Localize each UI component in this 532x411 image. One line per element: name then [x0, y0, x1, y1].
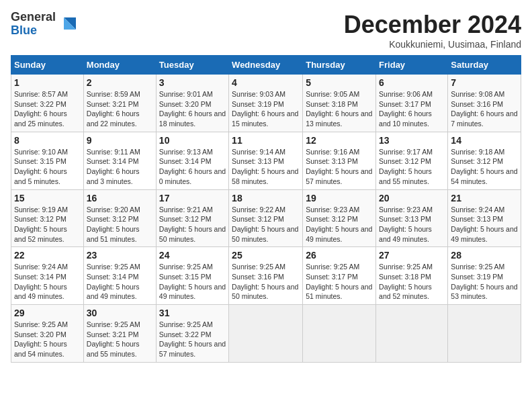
day-number: 28	[451, 250, 518, 261]
calendar-cell: 25 Sunrise: 9:25 AMSunset: 3:16 PMDaylig…	[229, 247, 303, 305]
calendar-cell: 21 Sunrise: 9:24 AMSunset: 3:13 PMDaylig…	[448, 189, 521, 247]
day-number: 16	[87, 193, 153, 203]
calendar-week-5: 29 Sunrise: 9:25 AMSunset: 3:20 PMDaylig…	[11, 305, 521, 363]
subtitle: Koukkuniemi, Uusimaa, Finland	[344, 39, 521, 50]
calendar-cell: 12 Sunrise: 9:16 AMSunset: 3:13 PMDaylig…	[303, 132, 376, 189]
calendar-cell: 28 Sunrise: 9:25 AMSunset: 3:19 PMDaylig…	[448, 247, 521, 305]
calendar-cell	[229, 305, 303, 363]
day-detail: Sunrise: 9:23 AMSunset: 3:13 PMDaylight:…	[379, 205, 433, 243]
page-header: General Blue December 2024 Koukkuniemi, …	[11, 11, 521, 50]
day-detail: Sunrise: 8:57 AMSunset: 3:22 PMDaylight:…	[14, 90, 68, 128]
day-detail: Sunrise: 9:01 AMSunset: 3:20 PMDaylight:…	[159, 90, 226, 128]
day-number: 12	[306, 135, 373, 146]
calendar-week-3: 15 Sunrise: 9:19 AMSunset: 3:12 PMDaylig…	[11, 189, 521, 247]
day-number: 20	[379, 193, 445, 203]
calendar-cell	[448, 305, 521, 363]
logo-blue: Blue	[11, 24, 56, 38]
calendar-cell: 31 Sunrise: 9:25 AMSunset: 3:22 PMDaylig…	[156, 305, 228, 363]
day-detail: Sunrise: 9:23 AMSunset: 3:12 PMDaylight:…	[306, 205, 372, 243]
calendar-cell: 15 Sunrise: 9:19 AMSunset: 3:12 PMDaylig…	[11, 189, 84, 247]
day-detail: Sunrise: 9:25 AMSunset: 3:19 PMDaylight:…	[451, 263, 517, 300]
day-number: 21	[451, 193, 518, 203]
day-detail: Sunrise: 9:20 AMSunset: 3:12 PMDaylight:…	[87, 205, 140, 243]
logo-general: General	[11, 11, 56, 24]
day-detail: Sunrise: 9:10 AMSunset: 3:15 PMDaylight:…	[14, 148, 68, 185]
calendar-header-friday: Friday	[376, 56, 448, 75]
logo-icon	[57, 15, 76, 34]
day-detail: Sunrise: 9:19 AMSunset: 3:12 PMDaylight:…	[14, 205, 68, 243]
calendar-cell: 26 Sunrise: 9:25 AMSunset: 3:17 PMDaylig…	[303, 247, 376, 305]
day-number: 22	[14, 250, 81, 261]
calendar-cell: 9 Sunrise: 9:11 AMSunset: 3:14 PMDayligh…	[83, 132, 156, 189]
day-detail: Sunrise: 9:25 AMSunset: 3:22 PMDaylight:…	[159, 320, 226, 358]
day-number: 9	[87, 135, 153, 146]
day-detail: Sunrise: 9:03 AMSunset: 3:19 PMDaylight:…	[232, 90, 298, 128]
day-number: 3	[159, 77, 226, 88]
day-detail: Sunrise: 9:25 AMSunset: 3:14 PMDaylight:…	[87, 263, 140, 300]
day-number: 27	[379, 250, 445, 261]
calendar-cell: 7 Sunrise: 9:08 AMSunset: 3:16 PMDayligh…	[448, 75, 521, 132]
day-number: 29	[14, 308, 81, 318]
title-block: December 2024 Koukkuniemi, Uusimaa, Finl…	[344, 11, 521, 50]
calendar-cell: 19 Sunrise: 9:23 AMSunset: 3:12 PMDaylig…	[303, 189, 376, 247]
calendar-cell	[376, 305, 448, 363]
day-number: 7	[451, 77, 518, 88]
day-detail: Sunrise: 9:25 AMSunset: 3:16 PMDaylight:…	[232, 263, 298, 300]
day-number: 26	[306, 250, 373, 261]
calendar-week-4: 22 Sunrise: 9:24 AMSunset: 3:14 PMDaylig…	[11, 247, 521, 305]
day-number: 10	[159, 135, 226, 146]
calendar-cell: 22 Sunrise: 9:24 AMSunset: 3:14 PMDaylig…	[11, 247, 84, 305]
day-detail: Sunrise: 9:21 AMSunset: 3:12 PMDaylight:…	[159, 205, 226, 243]
day-number: 30	[87, 308, 153, 318]
calendar-header-thursday: Thursday	[303, 56, 376, 75]
day-number: 8	[14, 135, 81, 146]
day-number: 31	[159, 308, 226, 318]
day-number: 25	[232, 250, 300, 261]
day-number: 19	[306, 193, 373, 203]
calendar-cell	[303, 305, 376, 363]
calendar-week-1: 1 Sunrise: 8:57 AMSunset: 3:22 PMDayligh…	[11, 75, 521, 132]
calendar-cell: 11 Sunrise: 9:14 AMSunset: 3:13 PMDaylig…	[229, 132, 303, 189]
calendar-cell: 10 Sunrise: 9:13 AMSunset: 3:14 PMDaylig…	[156, 132, 228, 189]
calendar-cell: 3 Sunrise: 9:01 AMSunset: 3:20 PMDayligh…	[156, 75, 228, 132]
day-detail: Sunrise: 9:17 AMSunset: 3:12 PMDaylight:…	[379, 148, 433, 185]
calendar-cell: 13 Sunrise: 9:17 AMSunset: 3:12 PMDaylig…	[376, 132, 448, 189]
day-detail: Sunrise: 9:16 AMSunset: 3:13 PMDaylight:…	[306, 148, 372, 185]
calendar-cell: 1 Sunrise: 8:57 AMSunset: 3:22 PMDayligh…	[11, 75, 84, 132]
logo: General Blue	[11, 11, 76, 38]
day-number: 23	[87, 250, 153, 261]
calendar-cell: 17 Sunrise: 9:21 AMSunset: 3:12 PMDaylig…	[156, 189, 228, 247]
day-detail: Sunrise: 9:22 AMSunset: 3:12 PMDaylight:…	[232, 205, 298, 243]
day-detail: Sunrise: 8:59 AMSunset: 3:21 PMDaylight:…	[87, 90, 140, 128]
month-title: December 2024	[344, 11, 521, 39]
day-number: 17	[159, 193, 226, 203]
day-number: 13	[379, 135, 445, 146]
day-detail: Sunrise: 9:25 AMSunset: 3:17 PMDaylight:…	[306, 263, 372, 300]
calendar-cell: 29 Sunrise: 9:25 AMSunset: 3:20 PMDaylig…	[11, 305, 84, 363]
calendar-cell: 23 Sunrise: 9:25 AMSunset: 3:14 PMDaylig…	[83, 247, 156, 305]
day-number: 15	[14, 193, 81, 203]
day-number: 18	[232, 193, 300, 203]
calendar-header-sunday: Sunday	[11, 56, 84, 75]
day-detail: Sunrise: 9:24 AMSunset: 3:13 PMDaylight:…	[451, 205, 517, 243]
calendar-header-tuesday: Tuesday	[156, 56, 228, 75]
calendar-header-wednesday: Wednesday	[229, 56, 303, 75]
day-detail: Sunrise: 9:11 AMSunset: 3:14 PMDaylight:…	[87, 148, 140, 185]
day-detail: Sunrise: 9:24 AMSunset: 3:14 PMDaylight:…	[14, 263, 68, 300]
day-number: 11	[232, 135, 300, 146]
day-number: 14	[451, 135, 518, 146]
calendar-cell: 18 Sunrise: 9:22 AMSunset: 3:12 PMDaylig…	[229, 189, 303, 247]
calendar-week-2: 8 Sunrise: 9:10 AMSunset: 3:15 PMDayligh…	[11, 132, 521, 189]
calendar-table: SundayMondayTuesdayWednesdayThursdayFrid…	[11, 55, 521, 363]
day-detail: Sunrise: 9:13 AMSunset: 3:14 PMDaylight:…	[159, 148, 226, 185]
calendar-cell: 6 Sunrise: 9:06 AMSunset: 3:17 PMDayligh…	[376, 75, 448, 132]
day-number: 1	[14, 77, 81, 88]
day-detail: Sunrise: 9:25 AMSunset: 3:21 PMDaylight:…	[87, 320, 140, 358]
calendar-cell: 24 Sunrise: 9:25 AMSunset: 3:15 PMDaylig…	[156, 247, 228, 305]
calendar-cell: 14 Sunrise: 9:18 AMSunset: 3:12 PMDaylig…	[448, 132, 521, 189]
day-number: 6	[379, 77, 445, 88]
day-number: 24	[159, 250, 226, 261]
calendar-header-saturday: Saturday	[448, 56, 521, 75]
calendar-cell: 20 Sunrise: 9:23 AMSunset: 3:13 PMDaylig…	[376, 189, 448, 247]
calendar-cell: 2 Sunrise: 8:59 AMSunset: 3:21 PMDayligh…	[83, 75, 156, 132]
